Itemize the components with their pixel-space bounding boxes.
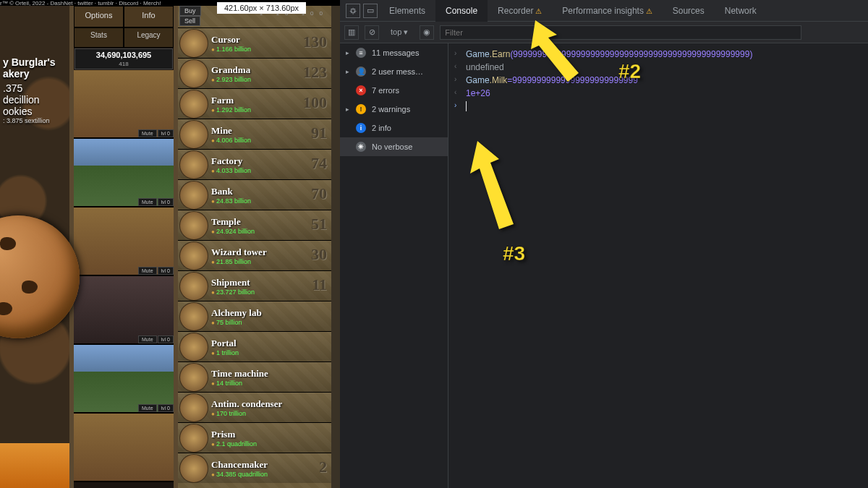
clear-console-icon[interactable]: ⊘ [365, 25, 379, 40]
product-price: 1 trillion [211, 349, 239, 356]
options-button[interactable]: Options [74, 6, 124, 27]
cookie-cps: : 3.875 sextillion [3, 117, 67, 124]
product-name: Time machine [211, 368, 268, 380]
product-factory[interactable]: Factory4.033 billion74 [178, 149, 331, 179]
product-mine[interactable]: Mine4.006 billion91 [178, 119, 331, 149]
product-wizard-tower[interactable]: Wizard tower21.85 billion30 [178, 240, 331, 270]
product-icon [179, 29, 208, 58]
product-owned: 100 [303, 93, 327, 112]
product-prism[interactable]: Prism2.1 quadrillion [178, 422, 331, 453]
device-icon[interactable]: ▭ [363, 4, 378, 18]
product-price: 2.923 billion [211, 76, 251, 83]
level-button[interactable]: lvl 0 [158, 404, 174, 412]
bakery-name-2: akery [3, 68, 67, 80]
side-verbose[interactable]: ✳No verbose [340, 137, 448, 156]
info-button[interactable]: Info [124, 6, 174, 27]
side-label: 2 info [372, 124, 391, 132]
context-dropdown[interactable]: top [385, 26, 414, 38]
product-name: Mine [211, 125, 251, 137]
product-temple[interactable]: Temple24.924 billion51 [178, 210, 331, 240]
product-icon [179, 363, 208, 392]
stats-button[interactable]: Stats [74, 27, 124, 48]
console-output[interactable]: ›Game.Earn(99999999999999999999999999999… [448, 43, 868, 488]
product-alchemy-lab[interactable]: Alchemy lab75 billion [178, 301, 331, 331]
product-price: 24.83 billion [211, 197, 251, 205]
tab-recorder[interactable]: Recorder [488, 0, 552, 22]
sell-tab[interactable]: Sell [179, 16, 200, 26]
product-shipment[interactable]: Shipment23.727 billion11 [178, 270, 331, 301]
mute-button[interactable]: Mute [138, 335, 157, 343]
side-user[interactable]: ▸👤2 user mess… [340, 62, 448, 81]
live-expression-icon[interactable]: ◉ [420, 25, 434, 40]
heavenly-value: 34,690,103,695 [96, 51, 151, 59]
product-portal[interactable]: Portal1 trillion [178, 331, 331, 361]
product-icon [179, 272, 208, 301]
mute-button[interactable]: Mute [138, 267, 157, 275]
product-name: Alchemy lab [211, 307, 262, 319]
product-owned: 70 [311, 184, 327, 203]
product-icon [179, 59, 208, 88]
side-label: 2 warnings [372, 105, 410, 114]
menu-row-1: Options Info [74, 6, 174, 27]
milk-band [0, 443, 69, 488]
product-name: Antim. condenser [211, 398, 282, 410]
product-farm[interactable]: Farm1.292 billion100 [178, 88, 331, 119]
product-name: Shipment [211, 277, 255, 288]
product-chancemaker[interactable]: Chancemaker34.385 quadrillion2 [178, 453, 331, 483]
mute-button[interactable]: Mute [138, 129, 157, 137]
side-warnings[interactable]: ▸!2 warnings [340, 100, 448, 119]
side-label: 7 errors [372, 86, 399, 95]
cookie-count: .375 decillion ookies [3, 82, 67, 117]
mute-button[interactable]: Mute [138, 404, 157, 412]
product-cursor[interactable]: Cursor1.166 billion130 [178, 27, 331, 58]
heavenly-bar: 34,690,103,695 418 [75, 48, 173, 69]
building-view-5[interactable]: Mutelvl 0 [74, 345, 174, 414]
product-icon [179, 241, 208, 270]
console-filter-input[interactable] [440, 25, 801, 40]
console-line: ›Game.Earn(99999999999999999999999999999… [448, 48, 868, 61]
mute-button[interactable]: Mute [138, 198, 157, 206]
product-name: Temple [211, 216, 255, 228]
product-price: 14 trillion [211, 380, 268, 387]
product-owned: 51 [311, 215, 327, 234]
product-price: 170 trillion [211, 410, 282, 417]
level-button[interactable]: lvl 0 [158, 335, 174, 343]
product-time-machine[interactable]: Time machine14 trillion [178, 361, 331, 392]
level-button[interactable]: lvl 0 [158, 129, 174, 137]
toggle-sidebar-icon[interactable]: ▥ [344, 25, 359, 40]
tab-sources[interactable]: Sources [663, 0, 715, 22]
side-errors[interactable]: ×7 errors [340, 81, 448, 100]
level-button[interactable]: lvl 0 [158, 198, 174, 206]
console-prompt[interactable]: › [448, 100, 868, 113]
product-name: Bank [211, 186, 251, 197]
building-view-2[interactable]: Mutelvl 0 [74, 139, 174, 207]
product-grandma[interactable]: Grandma2.923 billion123 [178, 58, 331, 88]
product-name: Wizard tower [211, 247, 267, 258]
side-messages[interactable]: ▸≡11 messages [340, 43, 448, 62]
tab-console[interactable]: Console [435, 0, 488, 22]
product-price: 21.85 billion [211, 258, 267, 265]
product-owned: 2 [319, 458, 327, 476]
building-view-1[interactable]: Mutelvl 0 [74, 70, 174, 139]
product-price: 23.727 billion [211, 288, 255, 296]
buy-tab[interactable]: Buy [179, 6, 201, 16]
legacy-button[interactable]: Legacy [124, 27, 174, 48]
product-icon [179, 302, 208, 331]
building-view-3[interactable]: Mutelvl 0 [74, 207, 174, 276]
store-panel: Buy Sell 1 10 100 Cursor1.166 billion130… [178, 6, 331, 488]
heavenly-badge: 418 [119, 61, 128, 67]
middle-panel: Options Info Stats Legacy 34,690,103,695… [69, 6, 178, 488]
level-button[interactable]: lvl 0 [158, 267, 174, 275]
product-antim-condenser[interactable]: Antim. condenser170 trillion [178, 392, 331, 422]
inspect-icon[interactable]: ⯐ [346, 4, 360, 18]
tab-elements[interactable]: Elements [379, 0, 435, 22]
product-bank[interactable]: Bank24.83 billion70 [178, 179, 331, 210]
tab-performance[interactable]: Performance insights [552, 0, 663, 22]
building-view-4[interactable]: Mutelvl 0 [74, 276, 174, 345]
bakery-name-1[interactable]: y Burglar's [3, 56, 67, 68]
tab-network[interactable]: Network [715, 0, 767, 22]
building-view-6[interactable] [74, 414, 174, 482]
product-owned: 30 [311, 245, 327, 264]
side-info[interactable]: i2 info [340, 119, 448, 137]
big-cookie[interactable] [0, 215, 80, 338]
